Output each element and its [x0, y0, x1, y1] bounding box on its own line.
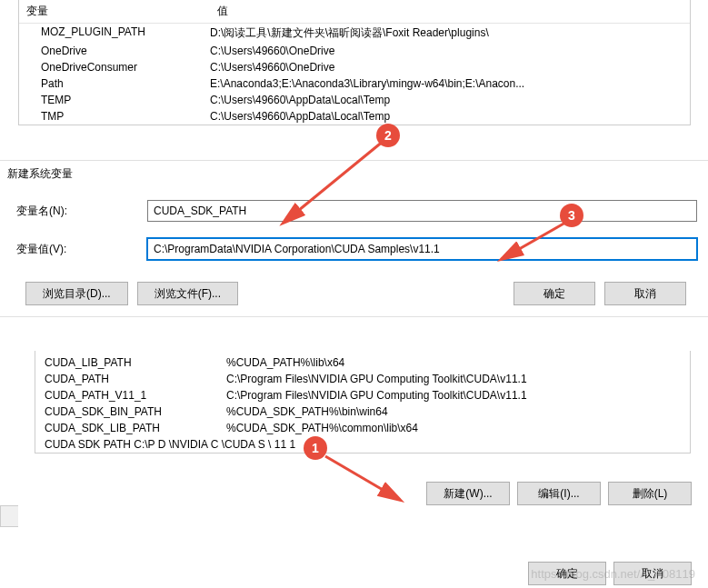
- var-value-cell: E:\Anaconda3;E:\Anaconda3\Library\mingw-…: [210, 77, 690, 90]
- new-system-var-dialog: 新建系统变量 变量名(N): 变量值(V): 浏览目录(D)... 浏览文件(F…: [0, 160, 708, 317]
- dialog-title: 新建系统变量: [0, 161, 708, 187]
- system-vars-buttons: 新建(W)... 编辑(I)... 删除(L): [426, 482, 692, 505]
- table-row[interactable]: MOZ_PLUGIN_PATHD:\阅读工具\新建文件夹\福昕阅读器\Foxit…: [19, 24, 690, 43]
- var-name-label: 变量名(N):: [13, 204, 147, 219]
- var-name-cell: CUDA_SDK_LIB_PATH: [35, 422, 226, 434]
- dialog-cancel-button[interactable]: 取消: [604, 282, 686, 305]
- var-value-cell: %CUDA_SDK_PATH%\common\lib\x64: [226, 422, 690, 434]
- delete-button[interactable]: 删除(L): [608, 482, 692, 505]
- annotation-2: 2: [376, 124, 400, 147]
- var-name-cell: Path: [19, 77, 210, 90]
- var-name-cell: CUDA_LIB_PATH: [35, 356, 226, 369]
- var-value-input[interactable]: [147, 238, 697, 260]
- var-value-cell: C:\Program Files\NVIDIA GPU Computing To…: [226, 389, 690, 402]
- var-name-cell: OneDrive: [19, 45, 210, 57]
- var-value-cell: D:\阅读工具\新建文件夹\福昕阅读器\Foxit Reader\plugins…: [210, 25, 690, 41]
- table-row[interactable]: OneDriveConsumerC:\Users\49660\OneDrive: [19, 59, 690, 75]
- edit-button[interactable]: 编辑(I)...: [517, 482, 601, 505]
- table-row[interactable]: CUDA_PATH_V11_1C:\Program Files\NVIDIA G…: [35, 387, 690, 404]
- var-value-cell: C:\Program Files\NVIDIA GPU Computing To…: [226, 373, 690, 385]
- var-name-cell: MOZ_PLUGIN_PATH: [19, 25, 210, 41]
- header-val: 值: [210, 0, 690, 23]
- truncated-row: CUDA SDK PATH C:\P D \NVIDIA C \CUDA S \…: [35, 436, 690, 453]
- var-name-cell: TMP: [19, 110, 210, 123]
- var-name-cell: OneDriveConsumer: [19, 61, 210, 74]
- footer-ok-button[interactable]: 确定: [528, 562, 606, 585]
- var-value-cell: C:\Users\49660\AppData\Local\Temp: [210, 110, 690, 123]
- header-var: 变量: [19, 0, 210, 23]
- user-vars-header: 变量 值: [19, 0, 690, 24]
- dialog-ok-button[interactable]: 确定: [514, 282, 595, 305]
- var-value-label: 变量值(V):: [13, 242, 147, 257]
- footer-cancel-button[interactable]: 取消: [613, 562, 692, 585]
- table-row[interactable]: OneDriveC:\Users\49660\OneDrive: [19, 43, 690, 59]
- var-value-cell: %CUDA_PATH%\lib\x64: [226, 356, 690, 369]
- var-name-cell: CUDA_PATH_V11_1: [35, 389, 226, 402]
- var-name-cell: TEMP: [19, 94, 210, 106]
- table-row[interactable]: PathE:\Anaconda3;E:\Anaconda3\Library\mi…: [19, 75, 690, 92]
- table-row[interactable]: CUDA_SDK_LIB_PATH %CUDA_SDK_PATH%\common…: [35, 420, 690, 436]
- svg-line-3: [325, 456, 400, 500]
- table-row[interactable]: CUDA_LIB_PATH%CUDA_PATH%\lib\x64: [35, 354, 690, 371]
- table-row[interactable]: CUDA_PATHC:\Program Files\NVIDIA GPU Com…: [35, 371, 690, 387]
- table-row[interactable]: CUDA_SDK_BIN_PATH%CUDA_SDK_PATH%\bin\win…: [35, 404, 690, 420]
- footer-buttons: 确定 取消: [528, 562, 692, 585]
- browse-dir-button[interactable]: 浏览目录(D)...: [25, 282, 128, 305]
- var-name-cell: CUDA_SDK_BIN_PATH: [35, 405, 226, 418]
- left-panel-edge: [0, 505, 18, 527]
- system-vars-table: CUDA_LIB_PATH%CUDA_PATH%\lib\x64CUDA_PAT…: [35, 351, 691, 453]
- table-row[interactable]: TEMPC:\Users\49660\AppData\Local\Temp: [19, 92, 690, 108]
- var-value-cell: C:\Users\49660\OneDrive: [210, 61, 690, 74]
- user-vars-table: 变量 值 MOZ_PLUGIN_PATHD:\阅读工具\新建文件夹\福昕阅读器\…: [18, 0, 691, 125]
- new-button[interactable]: 新建(W)...: [426, 482, 510, 505]
- var-value-cell: C:\Users\49660\AppData\Local\Temp: [210, 94, 690, 106]
- var-name-cell: CUDA_PATH: [35, 373, 226, 385]
- table-row[interactable]: TMPC:\Users\49660\AppData\Local\Temp: [19, 108, 690, 125]
- var-name-input[interactable]: [147, 200, 697, 222]
- var-value-cell: C:\Users\49660\OneDrive: [210, 45, 690, 57]
- browse-file-button[interactable]: 浏览文件(F)...: [137, 282, 238, 305]
- var-value-cell: %CUDA_SDK_PATH%\bin\win64: [226, 405, 690, 418]
